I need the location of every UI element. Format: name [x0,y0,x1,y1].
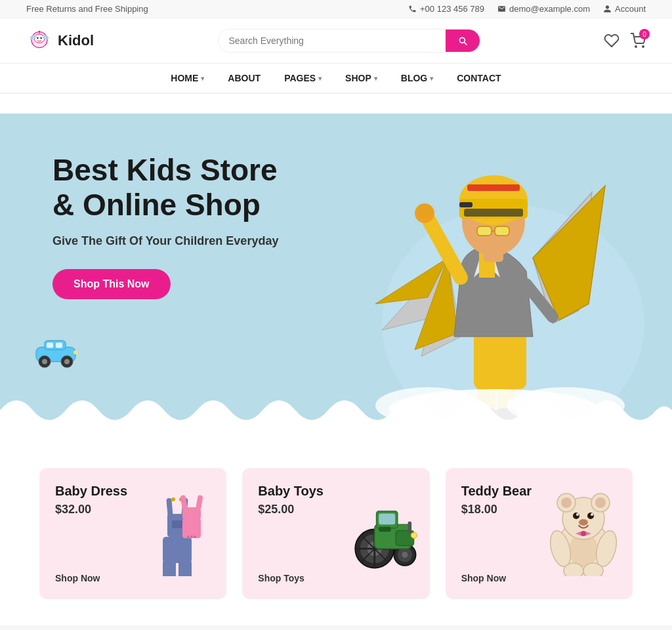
search-icon [457,35,468,46]
svg-rect-55 [172,520,182,528]
email-address: demo@example.com [509,4,590,14]
phone-number: +00 123 456 789 [420,4,484,14]
svg-point-8 [635,46,637,47]
svg-rect-39 [464,209,523,217]
svg-point-63 [190,536,193,538]
svg-point-97 [583,563,603,576]
email-info: demo@example.com [497,4,590,14]
phone-info: +00 123 456 789 [408,4,484,14]
svg-rect-42 [477,226,492,236]
product-name-toys: Baby Toys [258,484,413,499]
shop-chevron: ▾ [374,75,377,82]
product-card-toys: Baby Toys $25.00 [242,468,429,599]
top-bar: Free Returns and Free Shipping +00 123 4… [0,0,672,18]
account-icon [603,5,612,13]
hero-subtitle: Give The Gift Of Your Children Everyday [52,234,328,248]
card-content-dress: Baby Dress $32.00 [55,484,211,516]
hero-cta-button[interactable]: Shop This Now [52,269,171,299]
svg-point-5 [40,37,42,39]
products-section: Baby Dress $32.00 [0,429,672,625]
wishlist-button[interactable] [604,33,620,49]
blog-chevron: ▾ [430,75,433,82]
svg-point-7 [39,31,41,33]
svg-point-18 [74,350,77,354]
heart-icon [604,33,620,49]
account-label: Account [615,4,646,14]
logo-icon [26,28,52,54]
svg-point-93 [579,519,588,526]
hero-wave [0,390,672,429]
svg-rect-41 [467,184,520,191]
svg-point-4 [37,37,39,39]
account-link[interactable]: Account [603,4,646,14]
pages-chevron: ▾ [318,75,322,82]
product-name-dress: Baby Dress [55,484,211,499]
card-content-bear: Teddy Bear $18.00 [461,484,617,516]
products-grid: Baby Dress $32.00 [39,468,633,599]
cart-badge: 0 [639,29,650,39]
svg-rect-77 [408,522,411,534]
svg-rect-13 [56,343,62,348]
svg-point-96 [564,563,583,576]
svg-point-17 [64,359,70,364]
svg-point-74 [402,552,408,558]
product-price-dress: $32.00 [55,503,211,516]
svg-rect-40 [459,202,472,207]
svg-rect-45 [484,250,503,262]
nav-blog[interactable]: BLOG ▾ [401,73,433,83]
nav-home[interactable]: HOME ▾ [171,73,204,83]
navigation: HOME ▾ ABOUT PAGES ▾ SHOP ▾ BLOG ▾ CONTA… [0,64,672,94]
svg-point-64 [194,536,196,538]
product-card-dress: Baby Dress $32.00 [39,468,226,599]
svg-point-9 [642,46,644,47]
product-price-toys: $25.00 [258,503,413,516]
search-input[interactable] [219,30,446,52]
product-name-bear: Teddy Bear [461,484,617,499]
phone-icon [408,5,417,13]
nav-pages[interactable]: PAGES ▾ [284,73,322,83]
svg-rect-52 [163,537,192,563]
email-icon [497,5,506,13]
svg-point-15 [42,359,47,364]
svg-point-62 [187,536,190,538]
svg-rect-80 [379,527,390,532]
logo-text: Kidol [58,32,94,49]
product-price-bear: $18.00 [461,503,617,516]
search-bar [218,29,480,52]
svg-rect-54 [178,560,192,576]
cart-button[interactable]: 0 [630,33,646,49]
logo[interactable]: Kidol [26,28,94,54]
hero-section: Best Kids Store & Online Shop Give The G… [0,114,672,429]
home-chevron: ▾ [201,75,204,82]
wave-divider-top [0,94,672,114]
toy-car-decoration [33,333,85,376]
svg-point-98 [581,531,586,536]
hero-content: Best Kids Store & Online Shop Give The G… [52,153,328,299]
svg-rect-34 [417,204,432,219]
hero-title: Best Kids Store & Online Shop [52,153,328,222]
svg-rect-76 [396,530,414,545]
nav-shop[interactable]: SHOP ▾ [345,73,377,83]
kid-illustration [329,127,644,429]
free-shipping-text: Free Returns and Free Shipping [26,4,148,14]
nav-contact-label: CONTACT [457,73,501,83]
header: Kidol 0 [0,18,672,64]
card-content-toys: Baby Toys $25.00 [258,484,413,516]
hero-image [303,114,672,429]
svg-rect-12 [47,343,53,348]
search-button[interactable] [446,30,480,52]
top-bar-right: +00 123 456 789 demo@example.com Account [408,4,646,14]
svg-rect-61 [182,518,201,538]
product-card-bear: Teddy Bear $18.00 [446,468,633,599]
nav-contact[interactable]: CONTACT [457,73,501,83]
nav-about[interactable]: ABOUT [228,73,261,83]
svg-rect-53 [163,560,176,576]
svg-rect-43 [495,226,509,236]
svg-point-81 [411,532,417,538]
header-icons: 0 [604,33,646,49]
